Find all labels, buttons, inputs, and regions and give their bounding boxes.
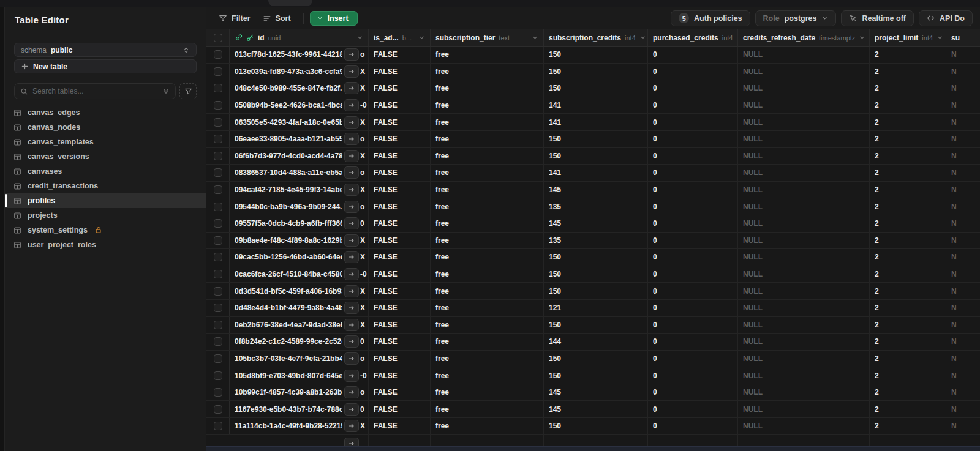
cell-purchased_credits[interactable]: 0	[648, 418, 738, 434]
expand-row-button[interactable]	[344, 386, 359, 398]
row-select-cell[interactable]	[206, 80, 230, 97]
cell-subscription_clipped[interactable]: N	[946, 317, 980, 334]
cell-id[interactable]: 0cac6fca-26cf-4510-84ba-c4580... -0	[230, 266, 369, 283]
cell-subscription_clipped[interactable]: N	[946, 148, 980, 165]
cell-purchased_credits[interactable]: 0	[648, 114, 738, 130]
expand-row-button[interactable]	[344, 285, 359, 297]
row-checkbox[interactable]	[214, 304, 222, 312]
cell-subscription_credits[interactable]: 150	[544, 351, 648, 367]
cell-subscription_credits[interactable]: 135	[544, 198, 648, 215]
cell-purchased_credits[interactable]: 0	[648, 131, 738, 147]
cell-is_admin[interactable]: FALSE	[369, 334, 431, 350]
cell-subscription_clipped[interactable]: N	[946, 334, 980, 350]
cell-purchased_credits[interactable]: 0	[648, 198, 738, 215]
expand-row-button[interactable]	[344, 150, 359, 162]
sidebar-item-canvas_versions[interactable]: canvas_versions	[5, 149, 206, 164]
row-checkbox[interactable]	[214, 84, 222, 92]
sidebar-item-system_settings[interactable]: system_settings	[5, 223, 206, 237]
cell-id[interactable]: 0d3d541d-bf5c-459f-a406-16b93... X	[230, 283, 369, 299]
row-checkbox[interactable]	[214, 371, 222, 380]
cell-subscription_clipped[interactable]: N	[946, 249, 980, 266]
expand-row-button[interactable]	[344, 251, 359, 263]
expand-row-button[interactable]	[344, 48, 359, 61]
expand-row-button[interactable]	[344, 116, 359, 129]
row-checkbox[interactable]	[214, 135, 222, 143]
table-row-partial[interactable]	[206, 435, 980, 446]
row-select-cell[interactable]	[206, 300, 230, 316]
cell-project_limit[interactable]: 2	[870, 148, 946, 165]
table-row[interactable]: 048c4e50-b989-455e-847e-fb2f... X FALSE …	[206, 80, 980, 97]
expand-row-button[interactable]	[344, 420, 359, 432]
cell-subscription_clipped[interactable]: N	[946, 300, 980, 316]
cell-credits_refresh_date[interactable]: NULL	[738, 97, 870, 114]
row-checkbox[interactable]	[214, 236, 222, 245]
expand-row-button[interactable]	[344, 234, 359, 247]
row-select-cell[interactable]	[206, 367, 230, 384]
column-header-subscription_clipped[interactable]: su	[946, 29, 980, 46]
cell-subscription_tier[interactable]: free	[431, 300, 544, 316]
cell-id[interactable]: 063505e5-4293-4faf-a18c-0e65b... X	[230, 114, 369, 130]
expand-row-button[interactable]	[344, 201, 359, 213]
table-row[interactable]: 0cac6fca-26cf-4510-84ba-c4580... -0 FALS…	[206, 266, 980, 283]
cell-credits_refresh_date[interactable]: NULL	[738, 114, 870, 130]
row-select-cell[interactable]	[206, 401, 230, 417]
cell-purchased_credits[interactable]: 0	[648, 97, 738, 114]
cell-project_limit[interactable]: 2	[870, 300, 946, 316]
cell-id[interactable]: 08386537-10d4-488a-a11e-eb5a6... o	[230, 165, 369, 181]
table-row[interactable]: 09557f5a-0dcb-4cb9-a6fb-fff366... 0 FALS…	[206, 215, 980, 233]
cell-subscription_clipped[interactable]: N	[946, 80, 980, 97]
cell-subscription_clipped[interactable]: N	[946, 367, 980, 384]
cell-project_limit[interactable]: 2	[870, 198, 946, 215]
cell-is_admin[interactable]: FALSE	[369, 215, 431, 232]
cell-subscription_credits[interactable]: 141	[544, 114, 648, 130]
cell-subscription_tier[interactable]: free	[431, 148, 544, 165]
cell-is_admin[interactable]: FALSE	[369, 165, 431, 181]
expand-row-button[interactable]	[344, 302, 359, 314]
table-row[interactable]: 094caf42-7185-4e45-99f3-14abee... X FALS…	[206, 182, 980, 199]
row-checkbox[interactable]	[214, 422, 222, 430]
cell-project_limit[interactable]: 2	[870, 351, 946, 367]
column-menu-chevron-icon[interactable]	[639, 34, 646, 41]
row-select-cell[interactable]	[206, 283, 230, 299]
cell-subscription_credits[interactable]: 145	[544, 215, 648, 232]
sidebar-item-user_project_roles[interactable]: user_project_roles	[5, 237, 206, 252]
row-checkbox[interactable]	[214, 287, 222, 296]
sidebar-item-projects[interactable]: projects	[5, 208, 206, 223]
cell-id[interactable]: 013cf78d-1625-43fc-9961-442189... o	[230, 47, 369, 63]
cell-id[interactable]: 11a114cb-1a4c-49f4-9b28-52219ec... X	[230, 418, 369, 434]
role-select[interactable]: Role postgres	[755, 10, 837, 26]
row-checkbox[interactable]	[214, 270, 222, 278]
row-checkbox[interactable]	[214, 152, 222, 160]
table-row[interactable]: 063505e5-4293-4faf-a18c-0e65b... X FALSE…	[206, 114, 980, 131]
cell-subscription_tier[interactable]: free	[431, 266, 544, 283]
cell-subscription_tier[interactable]: free	[431, 215, 544, 232]
expand-row-button[interactable]	[344, 319, 359, 331]
cell-purchased_credits[interactable]: 0	[648, 148, 738, 165]
cell-subscription_clipped[interactable]: N	[946, 233, 980, 249]
cell-is_admin[interactable]: FALSE	[369, 64, 431, 80]
cell-credits_refresh_date[interactable]: NULL	[738, 367, 870, 384]
cell-credits_refresh_date[interactable]: NULL	[738, 249, 870, 266]
search-tables-input[interactable]	[32, 87, 158, 95]
sidebar-item-canvas_nodes[interactable]: canvas_nodes	[5, 120, 206, 135]
cell-id[interactable]: 0eb2b676-38ed-4ea7-9dad-38e6... X	[230, 317, 369, 334]
cell-subscription_tier[interactable]: free	[431, 283, 544, 299]
row-select-cell[interactable]	[206, 165, 230, 181]
cell-subscription_credits[interactable]: 150	[544, 283, 648, 299]
cell-is_admin[interactable]: FALSE	[369, 300, 431, 316]
cell-is_admin[interactable]: FALSE	[369, 114, 431, 130]
cell-subscription_credits[interactable]: 121	[544, 300, 648, 316]
cell-is_admin[interactable]: FALSE	[369, 131, 431, 147]
cell-is_admin[interactable]: FALSE	[369, 401, 431, 417]
cell-purchased_credits[interactable]: 0	[648, 165, 738, 181]
column-menu-chevron-icon[interactable]	[356, 34, 363, 41]
cell-subscription_credits[interactable]: 144	[544, 334, 648, 350]
row-checkbox[interactable]	[214, 67, 222, 76]
cell-credits_refresh_date[interactable]: NULL	[738, 351, 870, 367]
cell-subscription_clipped[interactable]: N	[946, 47, 980, 63]
column-menu-chevron-icon[interactable]	[418, 34, 425, 41]
cell-purchased_credits[interactable]: 0	[648, 80, 738, 97]
cell-subscription_tier[interactable]: free	[431, 198, 544, 215]
cell-is_admin[interactable]: FALSE	[369, 80, 431, 97]
cell-id[interactable]: 09544b0c-ba9b-496a-9b09-244... o	[230, 198, 369, 215]
